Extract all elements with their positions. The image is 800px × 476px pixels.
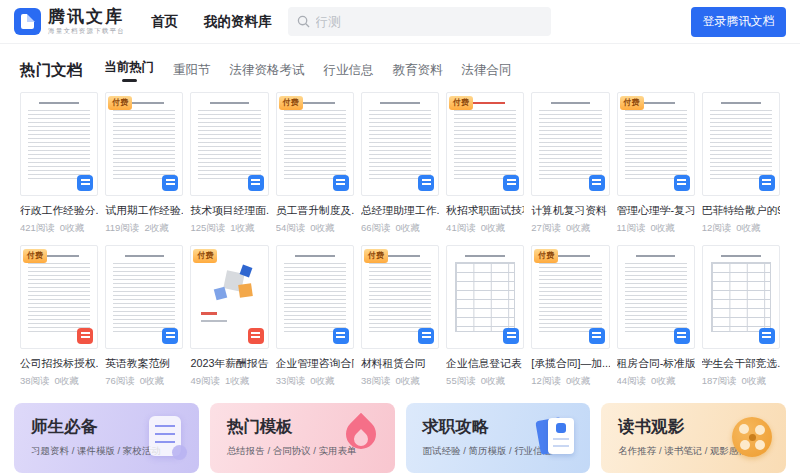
read-count: 11阅读	[617, 222, 646, 233]
document-thumbnail: 付费	[190, 245, 268, 349]
file-type-icon	[589, 328, 605, 344]
thumb-text-lines	[113, 110, 175, 180]
category-tab-3[interactable]: 行业信息	[324, 62, 374, 79]
document-stats: 12阅读0收藏	[531, 375, 609, 388]
document-card[interactable]: 付费 行政工作经验分... 421阅读0收藏	[20, 92, 98, 235]
collect-count: 1收藏	[230, 222, 254, 233]
document-card[interactable]: 付费 管理心理学-复习... 11阅读0收藏	[617, 92, 695, 235]
nav-item-my-library[interactable]: 我的资料库	[204, 13, 272, 31]
file-type-icon	[248, 328, 264, 344]
document-thumbnail: 付费	[361, 245, 439, 349]
promo-banner[interactable]: 师生必备 习题资料 / 课件模版 / 家校活动	[14, 403, 199, 473]
thumb-text-lines	[625, 263, 687, 333]
document-title: 学生会干部竞选...	[702, 357, 780, 371]
promo-banner[interactable]: 读书观影 名作推荐 / 读书笔记 / 观影感悟	[601, 403, 786, 473]
document-icon	[141, 414, 189, 462]
file-type-icon	[674, 175, 690, 191]
document-card[interactable]: 付费 秋招求职面试技巧 41阅读0收藏	[446, 92, 524, 235]
document-thumbnail: 付费	[361, 92, 439, 196]
collect-count: 0收藏	[566, 375, 590, 386]
category-tab-1[interactable]: 重阳节	[173, 62, 211, 79]
document-title: 公司招投标授权...	[20, 357, 98, 371]
read-count: 41阅读	[446, 222, 476, 233]
document-title: 租房合同-标准版	[617, 357, 695, 371]
document-stats: 11阅读0收藏	[617, 222, 695, 235]
document-thumbnail: 付费	[531, 245, 609, 349]
document-thumbnail: 付费	[105, 245, 183, 349]
read-count: 12阅读	[531, 375, 561, 386]
document-thumbnail: 付费	[531, 92, 609, 196]
category-tab-5[interactable]: 法律合同	[462, 62, 512, 79]
file-type-icon	[503, 328, 519, 344]
paid-badge: 付费	[620, 96, 644, 110]
document-title: 企业信息登记表	[446, 357, 524, 371]
read-count: 12阅读	[702, 222, 732, 233]
document-stats: 33阅读0收藏	[276, 375, 354, 388]
category-tab-2[interactable]: 法律资格考试	[230, 62, 305, 79]
section-title: 热门文档	[20, 60, 82, 81]
thumb-title-line	[721, 255, 761, 257]
thumb-text-lines	[369, 110, 431, 180]
document-title: 秋招求职面试技巧	[446, 204, 524, 218]
collect-count: 0收藏	[481, 222, 505, 233]
thumb-title-line	[551, 102, 591, 104]
document-card[interactable]: 付费 公司招投标授权... 38阅读0收藏	[20, 245, 98, 388]
search-box[interactable]	[288, 7, 551, 36]
collect-count: 0收藏	[481, 375, 505, 386]
document-title: 技术项目经理面...	[190, 204, 268, 218]
document-title: [承揽合同]—加...	[531, 357, 609, 371]
film-reel-icon	[728, 414, 776, 462]
document-card[interactable]: 付费 技术项目经理面... 125阅读1收藏	[190, 92, 268, 235]
thumb-text-lines	[28, 110, 90, 180]
document-card[interactable]: 付费 试用期工作经验... 119阅读2收藏	[105, 92, 183, 235]
document-card[interactable]: 付费 材料租赁合同 38阅读0收藏	[361, 245, 439, 388]
document-stats: 38阅读0收藏	[361, 375, 439, 388]
document-card[interactable]: 付费 巴菲特给散户的9... 12阅读0收藏	[702, 92, 780, 235]
document-title: 员工晋升制度及...	[276, 204, 354, 218]
read-count: 421阅读	[20, 222, 55, 233]
collect-count: 0收藏	[55, 375, 79, 386]
thumb-text-lines	[369, 263, 431, 333]
document-title: 管理心理学-复习...	[617, 204, 695, 218]
document-title: 总经理助理工作...	[361, 204, 439, 218]
category-tab-0[interactable]: 当前热门	[104, 59, 154, 82]
document-card[interactable]: 付费 英语教案范例 76阅读0收藏	[105, 245, 183, 388]
thumb-text-lines	[284, 263, 346, 333]
document-thumbnail: 付费	[20, 92, 98, 196]
document-thumbnail: 付费	[20, 245, 98, 349]
document-thumbnail: 付费	[617, 92, 695, 196]
document-card[interactable]: 付费 [承揽合同]—加... 12阅读0收藏	[531, 245, 609, 388]
document-card[interactable]: 付费 计算机复习资料 27阅读0收藏	[531, 92, 609, 235]
document-card[interactable]: 付费 企业信息登记表 55阅读0收藏	[446, 245, 524, 388]
collect-count: 0收藏	[651, 375, 675, 386]
document-stats: 125阅读1收藏	[190, 222, 268, 235]
document-card[interactable]: 付费 总经理助理工作... 66阅读0收藏	[361, 92, 439, 235]
document-thumbnail: 付费	[190, 92, 268, 196]
document-title: 巴菲特给散户的9...	[702, 204, 780, 218]
read-count: 119阅读	[105, 222, 139, 233]
document-thumbnail: 付费	[617, 245, 695, 349]
document-card[interactable]: 付费 学生会干部竞选... 187阅读0收藏	[702, 245, 780, 388]
document-row-1: 付费 行政工作经验分... 421阅读0收藏 付费 试用期工作经验... 119…	[0, 92, 800, 235]
login-button[interactable]: 登录腾讯文档	[691, 7, 786, 37]
promo-banner[interactable]: 热门模板 总结报告 / 合同协议 / 实用表单	[210, 403, 395, 473]
document-card[interactable]: 付费 2023年薪酬报告... 49阅读1收藏	[190, 245, 268, 388]
thumb-text-lines	[539, 263, 601, 333]
document-card[interactable]: 付费 员工晋升制度及... 54阅读0收藏	[276, 92, 354, 235]
promo-banner[interactable]: 求职攻略 面试经验 / 简历模版 / 行业信息	[406, 403, 591, 473]
document-card[interactable]: 付费 租房合同-标准版 44阅读0收藏	[617, 245, 695, 388]
category-tab-4[interactable]: 教育资料	[393, 62, 443, 79]
document-card[interactable]: 付费 企业管理咨询合同 33阅读0收藏	[276, 245, 354, 388]
search-input[interactable]	[316, 15, 542, 29]
read-count: 54阅读	[276, 222, 306, 233]
read-count: 38阅读	[20, 375, 50, 386]
promo-banners: 师生必备 习题资料 / 课件模版 / 家校活动 热门模板 总结报告 / 合同协议…	[0, 403, 800, 473]
nav-item-home[interactable]: 首页	[151, 13, 178, 31]
document-stats: 66阅读0收藏	[361, 222, 439, 235]
logo[interactable]: 腾讯文库 海量文档资源下载平台	[14, 8, 125, 36]
read-count: 125阅读	[190, 222, 225, 233]
collect-count: 0收藏	[395, 222, 419, 233]
document-thumbnail: 付费	[105, 92, 183, 196]
thumb-text-lines	[113, 263, 175, 333]
file-type-icon	[162, 328, 178, 344]
